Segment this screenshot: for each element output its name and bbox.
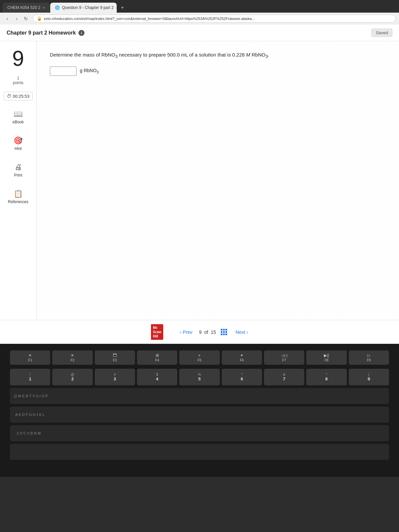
address-bar-row: ‹ › ↻ 🔒 ezto.mheducation.com/ext/map/ind… bbox=[0, 13, 399, 25]
of-text: of bbox=[204, 330, 208, 335]
tab-label: Question 9 - Chapter 9 part 2 bbox=[62, 5, 113, 10]
ebook-icon: 📖 bbox=[14, 110, 23, 118]
question-text: Determine the mass of RbNO3 necessary to… bbox=[50, 51, 386, 60]
f3-label: F3 bbox=[113, 358, 117, 362]
f9-label: F9 bbox=[367, 358, 371, 362]
prev-button[interactable]: ‹ Prev bbox=[180, 330, 192, 335]
answer-row: g RbNO3 bbox=[50, 66, 386, 76]
page-title-area: Chapter 9 part 2 Homework i bbox=[7, 30, 84, 36]
references-label: References bbox=[8, 200, 28, 204]
reload-button[interactable]: ↻ bbox=[22, 15, 30, 23]
f4-key[interactable]: ⊞ F4 bbox=[137, 350, 177, 365]
key-ampersand[interactable]: & 7 bbox=[264, 369, 304, 385]
tab-question[interactable]: 🌐 Question 9 - Chapter 9 part 2 ✕ bbox=[50, 3, 117, 13]
nav-buttons: ‹ › ↻ bbox=[3, 15, 30, 23]
zxcv-row: Z X C V B N M bbox=[10, 425, 389, 441]
hint-button[interactable]: 🎯 Hint bbox=[3, 134, 33, 154]
saved-badge: Saved bbox=[371, 29, 392, 37]
tab-close-icon[interactable]: ✕ bbox=[42, 6, 45, 10]
f8-key[interactable]: ▶|| F8 bbox=[306, 350, 346, 365]
print-button[interactable]: 🖨 Print bbox=[3, 160, 33, 180]
lock-icon: 🔒 bbox=[37, 16, 42, 21]
browser-chrome: CHEM A054 520 2 ✕ 🌐 Question 9 - Chapter… bbox=[0, 0, 399, 25]
grid-icon[interactable] bbox=[221, 329, 227, 335]
print-icon: 🖨 bbox=[15, 163, 22, 172]
key-hash[interactable]: # 3 bbox=[95, 369, 135, 385]
f8-label: F8 bbox=[325, 358, 329, 362]
answer-input[interactable] bbox=[50, 66, 76, 76]
hint-icon: 🎯 bbox=[14, 136, 23, 145]
ebook-label: eBook bbox=[12, 120, 24, 124]
f2-key[interactable]: ☀ F2 bbox=[52, 350, 92, 365]
page-title: Chapter 9 part 2 Homework bbox=[7, 30, 76, 36]
new-tab-button[interactable]: + bbox=[117, 3, 127, 13]
asdf-row: A S D F G H J K L bbox=[10, 407, 389, 423]
num-row: ! 1 @ 2 # 3 $ 4 % 5 ^ 6 & 7 * 8 bbox=[10, 369, 389, 385]
tab-bar: CHEM A054 520 2 ✕ 🌐 Question 9 - Chapter… bbox=[0, 0, 399, 13]
main-content: Chapter 9 part 2 Homework i Saved 9 1 po… bbox=[0, 25, 399, 344]
f1-label: F1 bbox=[28, 358, 32, 362]
prev-chevron-icon: ‹ bbox=[180, 330, 182, 335]
qwerty-row: Q W E R T Y U I O P bbox=[10, 388, 389, 404]
prev-label: Prev bbox=[183, 330, 193, 335]
mcgrawhill-logo: Mc Graw Hill bbox=[151, 324, 163, 340]
info-icon[interactable]: i bbox=[78, 30, 84, 36]
question-number: 9 bbox=[12, 48, 24, 69]
forward-button[interactable]: › bbox=[13, 15, 21, 23]
back-button[interactable]: ‹ bbox=[3, 15, 11, 23]
print-label: Print bbox=[14, 173, 22, 178]
key-percent[interactable]: % 5 bbox=[179, 369, 219, 385]
f5-key[interactable]: ⌖ F5 bbox=[179, 350, 219, 365]
f7-label: F7 bbox=[282, 358, 286, 362]
key-at[interactable]: @ 2 bbox=[52, 369, 92, 385]
timer-value: 00:25:53 bbox=[13, 94, 30, 99]
references-icon: 📋 bbox=[14, 190, 23, 198]
keyboard-area: ☀ F1 ☀ F2 🗔 F3 ⊞ F4 ⌖ F5 ✦ F6 ◁◁ F7 ▶|| bbox=[0, 344, 399, 477]
left-sidebar: 9 1 points ⏱ 00:25:53 📖 eBook 🎯 Hint 🖨 P… bbox=[0, 41, 37, 343]
key-caret[interactable]: ^ 6 bbox=[222, 369, 262, 385]
f4-label: F4 bbox=[155, 358, 159, 362]
references-button[interactable]: 📋 References bbox=[3, 187, 33, 207]
current-page: 9 bbox=[199, 330, 201, 335]
f6-label: F6 bbox=[240, 358, 244, 362]
content-body: 9 1 points ⏱ 00:25:53 📖 eBook 🎯 Hint 🖨 P… bbox=[0, 41, 399, 343]
question-area: Determine the mass of RbNO3 necessary to… bbox=[37, 41, 399, 343]
page-header: Chapter 9 part 2 Homework i Saved bbox=[0, 25, 399, 41]
timer-icon: ⏱ bbox=[7, 93, 11, 99]
timer-box: ⏱ 00:25:53 bbox=[4, 92, 33, 100]
next-label: Next bbox=[236, 330, 245, 335]
f5-label: F5 bbox=[198, 358, 201, 362]
address-text: ezto.mheducation.com/ext/map/index.html?… bbox=[44, 17, 255, 21]
f3-key[interactable]: 🗔 F3 bbox=[95, 350, 135, 365]
next-chevron-icon: › bbox=[246, 330, 248, 335]
tab-icon: 🌐 bbox=[55, 5, 60, 10]
next-button[interactable]: Next › bbox=[236, 330, 248, 335]
key-asterisk[interactable]: * 8 bbox=[306, 369, 346, 385]
key-lparen[interactable]: ( 9 bbox=[349, 369, 389, 385]
f7-key[interactable]: ◁◁ F7 bbox=[264, 350, 304, 365]
fn-row: ☀ F1 ☀ F2 🗔 F3 ⊞ F4 ⌖ F5 ✦ F6 ◁◁ F7 ▶|| bbox=[10, 350, 389, 365]
spacebar[interactable] bbox=[10, 444, 389, 460]
answer-unit: g RbNO3 bbox=[80, 68, 99, 74]
key-dollar[interactable]: $ 4 bbox=[137, 369, 177, 385]
f2-label: F2 bbox=[70, 358, 74, 362]
ebook-button[interactable]: 📖 eBook bbox=[3, 107, 33, 127]
tab-close-active-icon[interactable]: ✕ bbox=[116, 6, 117, 10]
page-indicator: 9 of 15 bbox=[199, 329, 229, 335]
f9-key[interactable]: ▷ F9 bbox=[349, 350, 389, 365]
f6-key[interactable]: ✦ F6 bbox=[222, 350, 262, 365]
hint-label: Hint bbox=[15, 146, 22, 151]
points-label: points bbox=[13, 80, 23, 85]
tab-label: CHEM A054 520 2 bbox=[7, 5, 40, 10]
total-pages: 15 bbox=[211, 330, 216, 335]
points-value: 1 bbox=[17, 76, 19, 80]
address-bar[interactable]: 🔒 ezto.mheducation.com/ext/map/index.htm… bbox=[33, 15, 396, 23]
key-exclaim[interactable]: ! 1 bbox=[10, 369, 50, 385]
f1-key[interactable]: ☀ F1 bbox=[10, 350, 50, 365]
footer-nav: Mc Graw Hill ‹ Prev 9 of 15 bbox=[0, 320, 399, 344]
tab-chem[interactable]: CHEM A054 520 2 ✕ bbox=[3, 3, 50, 13]
